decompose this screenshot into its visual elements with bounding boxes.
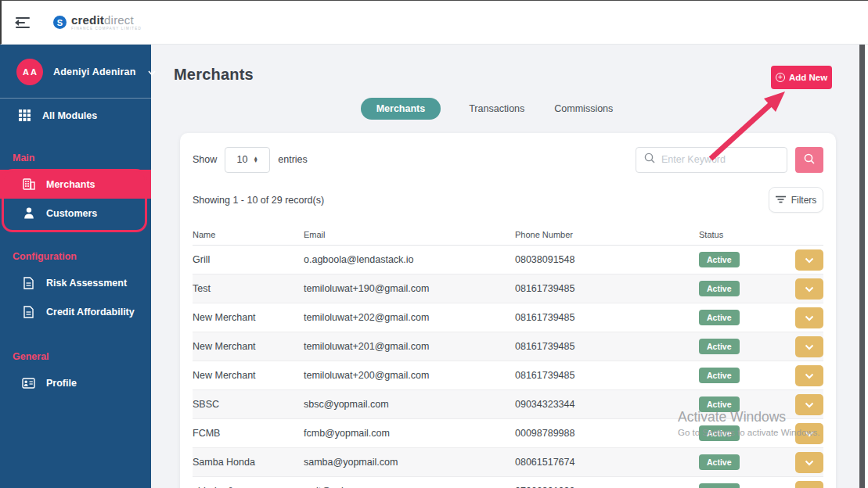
filter-icon: [776, 195, 786, 206]
sidebar-item-label: Credit Affordability: [46, 307, 135, 318]
status-badge: Active: [699, 281, 740, 296]
sidebar-collapse-icon[interactable]: [16, 14, 36, 31]
row-actions-button[interactable]: [795, 481, 823, 488]
tab-transactions[interactable]: Transactions: [467, 98, 526, 120]
main-content: Merchants + Add New Merchants Transactio…: [151, 45, 859, 488]
user-name: Adeniyi Adeniran: [53, 66, 136, 77]
entries-label: entries: [278, 154, 308, 165]
add-new-button[interactable]: + Add New: [771, 66, 832, 89]
building-icon: [22, 178, 35, 190]
search-field: [636, 147, 787, 173]
chevron-down-icon: [805, 254, 814, 266]
tab-merchants[interactable]: Merchants: [361, 98, 441, 120]
section-label-configuration: Configuration: [0, 251, 151, 268]
vertical-scrollbar[interactable]: [859, 45, 865, 488]
status-badge: Active: [699, 454, 740, 470]
chevron-down-icon: [148, 65, 156, 79]
cell-name: FCMB: [193, 428, 304, 439]
brand-mark-icon: S: [53, 16, 67, 29]
row-actions-button[interactable]: [795, 336, 823, 357]
chevron-down-icon: [805, 341, 814, 353]
chevron-down-icon: [805, 312, 814, 324]
table-row: FCMB fcmb@yopmail.com 00098789988 Active: [193, 419, 823, 448]
chevron-down-icon: [805, 399, 814, 411]
page-size-value: 10: [237, 154, 248, 165]
cell-name: New Merchant: [193, 312, 304, 323]
table-row: New Merchant temiloluwat+201@gmail.com 0…: [193, 332, 823, 361]
page-title: Merchants: [174, 66, 254, 84]
cell-email: sbsc@yopmail.com: [304, 399, 515, 410]
topbar: S creditdirect FINANCE COMPANY LIMITED: [0, 0, 868, 45]
brand-logo: S creditdirect FINANCE COMPANY LIMITED: [53, 14, 142, 31]
row-actions-button[interactable]: [795, 423, 823, 444]
row-actions-button[interactable]: [795, 307, 823, 328]
status-badge: Active: [699, 339, 740, 354]
all-modules-label: All Modules: [42, 110, 97, 121]
section-label-main: Main: [0, 152, 151, 170]
column-header-name: Name: [193, 230, 304, 239]
chevron-down-icon: [805, 457, 814, 468]
status-badge: Active: [699, 368, 740, 383]
status-badge: Active: [699, 252, 740, 267]
search-input[interactable]: [661, 154, 779, 165]
plus-circle-icon: +: [776, 73, 785, 82]
table-header-row: Name Email Phone Number Status: [193, 224, 823, 246]
search-icon: [644, 152, 655, 167]
merchants-card: Show 10 ▲▼ entries: [180, 133, 836, 488]
page-size-control: Show 10 ▲▼ entries: [193, 147, 308, 173]
table-row: abiodun&co welt@yahoo.com 07066301090 Ac…: [193, 477, 823, 488]
brand-name-bold: credit: [71, 13, 104, 27]
sidebar-item-label: Merchants: [46, 179, 95, 190]
cell-email: temiloluwat+190@gmail.com: [304, 283, 515, 294]
brand-tagline: FINANCE COMPANY LIMITED: [71, 27, 142, 31]
sidebar-item-label: Customers: [46, 208, 97, 219]
app-window: S creditdirect FINANCE COMPANY LIMITED A…: [0, 0, 868, 488]
cell-phone: 00098789988: [515, 428, 699, 439]
document-icon: [22, 277, 35, 289]
table-row: Samba Honda samba@yopmail.com 0806151767…: [193, 448, 823, 477]
show-label: Show: [193, 154, 217, 165]
document-icon: [22, 306, 35, 318]
filters-button[interactable]: Filters: [769, 187, 823, 213]
table-row: SBSC sbsc@yopmail.com 09034323344 Active: [193, 390, 823, 419]
cell-phone: 08161739485: [515, 283, 699, 294]
status-badge: Active: [699, 396, 740, 412]
row-actions-button[interactable]: [795, 365, 823, 386]
cell-name: Test: [193, 283, 304, 294]
cell-phone: 08161739485: [515, 341, 699, 352]
section-label-general: General: [0, 351, 151, 368]
search-button[interactable]: [795, 147, 823, 173]
table-row: New Merchant temiloluwat+200@gmail.com 0…: [193, 361, 823, 390]
sidebar-item-credit-affordability[interactable]: Credit Affordability: [0, 297, 151, 326]
row-actions-button[interactable]: [795, 249, 823, 271]
page-size-select[interactable]: 10 ▲▼: [225, 147, 270, 173]
sidebar-item-all-modules[interactable]: All Modules: [0, 99, 151, 132]
cell-email: temiloluwat+202@gmail.com: [304, 312, 515, 323]
column-header-status: Status: [699, 230, 791, 239]
cell-phone: 08061517674: [515, 457, 699, 468]
tab-commissions[interactable]: Commissions: [553, 98, 614, 120]
status-badge: Active: [699, 310, 740, 325]
id-card-icon: [22, 378, 35, 389]
updown-arrows-icon: ▲▼: [254, 156, 258, 162]
row-actions-button[interactable]: [795, 394, 823, 415]
sidebar-item-customers[interactable]: Customers: [0, 199, 151, 228]
row-actions-button[interactable]: [795, 278, 823, 300]
user-menu[interactable]: A A Adeniyi Adeniran: [0, 45, 151, 98]
sidebar-item-profile[interactable]: Profile: [0, 368, 151, 397]
sidebar-item-merchants[interactable]: Merchants: [0, 170, 151, 199]
table-row: Grill o.agboola@lendastack.io 0803809154…: [193, 246, 823, 274]
sidebar-item-label: Risk Assessment: [46, 278, 127, 289]
chevron-down-icon: [805, 486, 814, 488]
chevron-down-icon: [805, 283, 814, 295]
column-header-phone: Phone Number: [515, 230, 699, 239]
cell-email: o.agboola@lendastack.io: [304, 254, 515, 265]
merchants-table: Name Email Phone Number Status Grill o.a…: [193, 224, 823, 488]
sidebar-item-risk-assessment[interactable]: Risk Assessment: [0, 268, 151, 297]
cell-name: Samba Honda: [193, 457, 304, 468]
cell-email: samba@yopmail.com: [304, 457, 515, 468]
cell-email: temiloluwat+201@gmail.com: [304, 341, 515, 352]
row-actions-button[interactable]: [795, 452, 823, 473]
avatar: A A: [16, 59, 43, 85]
brand-name-light: direct: [104, 13, 134, 27]
